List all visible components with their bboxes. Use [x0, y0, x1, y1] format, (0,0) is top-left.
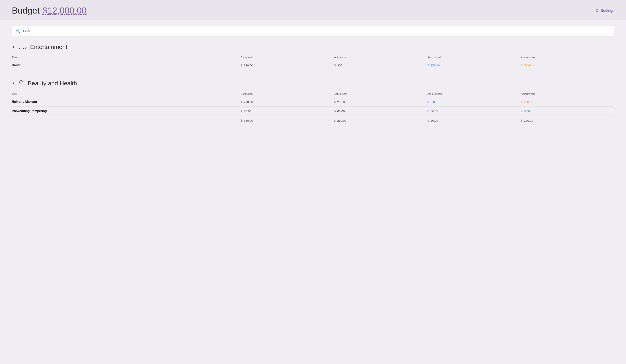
beauty-health-icon — [18, 79, 25, 87]
item-title[interactable]: Prewedding Pampering — [12, 109, 47, 113]
paid-cell: $ 250.00 — [428, 64, 521, 67]
estimated-cell: $ 80.00 — [241, 109, 334, 113]
budget-label: Budget — [12, 5, 40, 16]
col-title-0: Title — [12, 54, 241, 61]
due-cell: $ 50.00 — [521, 64, 614, 67]
actual-cell: $ 60.00 — [334, 109, 428, 113]
paid-value: 250.00 — [431, 64, 440, 67]
col-title-1: Title — [12, 91, 241, 97]
due-value: 200.00 — [524, 100, 533, 103]
paid-cell: $ 60.00 — [428, 109, 521, 113]
estimated-value: 270.00 — [244, 100, 253, 103]
due-value: 50.00 — [524, 64, 531, 67]
beauty-health-totals-row: $ 350.00 $ 260.00 $ 60.00 — [12, 116, 614, 125]
entertainment-section: ▾ ♩♫♪ Entertainment Title Estimated Actu… — [12, 43, 614, 70]
actual-value: 200.00 — [337, 100, 346, 103]
budget-amount[interactable]: $12,000.00 — [42, 5, 86, 16]
entertainment-section-header: ▾ ♩♫♪ Entertainment — [12, 43, 614, 50]
estimated-value: 320.00 — [244, 64, 253, 67]
item-title[interactable]: Band — [12, 64, 20, 67]
actual-cell: $ 300 — [334, 64, 428, 67]
total-due-cell: $ 200.00 — [521, 119, 614, 122]
page-header: Budget $12,000.00 ⚙ Settings — [0, 0, 626, 20]
beauty-health-table: Title Estimated Actual cost Amount paid … — [12, 91, 614, 125]
item-title[interactable]: Hair and Makeup — [12, 100, 37, 103]
settings-button[interactable]: ⚙ Settings — [595, 8, 614, 13]
main-content: 🔍 ▾ ♩♫♪ Entertainment Title Estimated Ac… — [0, 20, 626, 140]
actual-value: 300 — [337, 64, 342, 67]
settings-label: Settings — [601, 8, 614, 13]
beauty-health-section-header: ▾ Beauty and Health — [12, 79, 614, 87]
total-estimated-value: 350.00 — [244, 119, 253, 122]
paid-value: 0.00 — [431, 100, 436, 103]
paid-value: 60.00 — [431, 109, 438, 113]
entertainment-table-header: Title Estimated Actual cost Amount paid … — [12, 54, 614, 61]
entertainment-section-title: Entertainment — [30, 43, 67, 50]
col-due-0: Amount due — [521, 54, 614, 61]
col-estimated-1: Estimated — [241, 91, 334, 97]
beauty-health-collapse-button[interactable]: ▾ — [12, 80, 15, 86]
table-row: Prewedding Pampering $ 80.00 $ 60.00 — [12, 106, 614, 116]
table-row: Hair and Makeup $ 270.00 $ 200.00 — [12, 97, 614, 106]
total-paid-value: 60.00 — [431, 119, 438, 122]
table-row: Band $ 320.00 $ 300 — [12, 61, 614, 70]
estimated-cell: $ 320.00 — [241, 64, 334, 67]
entertainment-table: Title Estimated Actual cost Amount paid … — [12, 54, 614, 70]
due-cell: $ 200.00 — [521, 100, 614, 103]
total-paid-cell: $ 60.00 — [428, 119, 521, 122]
beauty-health-section: ▾ Beauty and Health Title Estimated Actu… — [12, 79, 614, 125]
col-actual-1: Actual cost — [334, 91, 428, 97]
total-estimated-cell: $ 350.00 — [241, 119, 334, 122]
beauty-health-table-header: Title Estimated Actual cost Amount paid … — [12, 91, 614, 97]
actual-cell: $ 200.00 — [334, 100, 428, 103]
entertainment-collapse-button[interactable]: ▾ — [12, 44, 15, 50]
due-cell: $ 0.00 — [521, 109, 614, 113]
total-due-value: 200.00 — [524, 119, 533, 122]
search-icon: 🔍 — [16, 29, 21, 33]
filter-input[interactable] — [23, 29, 610, 33]
beauty-health-section-title: Beauty and Health — [28, 80, 77, 87]
col-due-1: Amount due — [521, 91, 614, 97]
due-value: 0.00 — [524, 109, 530, 113]
col-estimated-0: Estimated — [241, 54, 334, 61]
total-actual-cell: $ 260.00 — [334, 119, 428, 122]
col-paid-1: Amount paid — [428, 91, 521, 97]
filter-bar: 🔍 — [12, 26, 614, 36]
budget-title: Budget $12,000.00 — [12, 5, 86, 16]
actual-value: 60.00 — [337, 109, 345, 113]
col-actual-0: Actual cost — [334, 54, 428, 61]
paid-cell: $ 0.00 — [428, 100, 521, 103]
estimated-value: 80.00 — [244, 109, 251, 113]
total-actual-value: 260.00 — [337, 119, 346, 122]
col-paid-0: Amount paid — [428, 54, 521, 61]
gear-icon: ⚙ — [595, 8, 599, 13]
entertainment-icon: ♩♫♪ — [18, 44, 27, 50]
estimated-cell: $ 270.00 — [241, 100, 334, 103]
